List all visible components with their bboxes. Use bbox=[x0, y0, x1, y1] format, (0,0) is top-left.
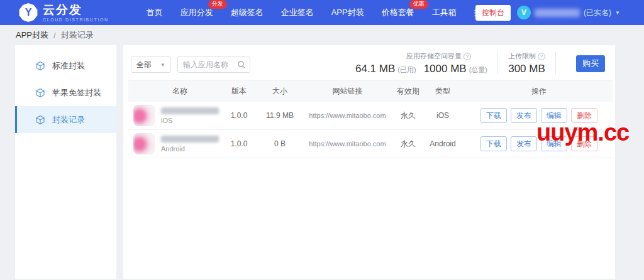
breadcrumb: APP封装 / 封装记录 bbox=[0, 25, 644, 45]
download-button[interactable]: 下载 bbox=[480, 108, 507, 123]
nav-item-home[interactable]: 首页 bbox=[147, 7, 163, 18]
app-icon bbox=[133, 133, 155, 154]
nav-item-pricing[interactable]: 价格套餐 优惠 bbox=[382, 7, 414, 18]
delete-button[interactable]: 删除 bbox=[571, 136, 597, 151]
help-icon[interactable]: ? bbox=[464, 53, 471, 60]
edit-button[interactable]: 编辑 bbox=[541, 108, 567, 123]
main-nav: 首页 应用分发 分发 超级签名 企业签名 APP封装 价格套餐 优惠 工具箱 推… bbox=[147, 7, 507, 18]
help-icon[interactable]: ? bbox=[538, 53, 545, 60]
cell-size: 11.9 MB bbox=[261, 111, 299, 120]
header-validity: 有效期 bbox=[396, 86, 420, 97]
sidebar-item-packaging-records[interactable]: 封装记录 bbox=[15, 106, 116, 133]
app-name-redacted bbox=[161, 107, 219, 114]
storage-total-value: 1000 MB bbox=[424, 63, 467, 75]
storage-capacity-label: 应用存储空间容量 bbox=[406, 51, 462, 61]
discount-badge: 优惠 bbox=[409, 0, 428, 9]
storage-used-note: (已用) bbox=[397, 65, 416, 75]
header-link: 网站链接 bbox=[299, 86, 396, 97]
brand-logo[interactable]: Y 云分发 CLOUD DISTRIBUTION bbox=[19, 3, 109, 22]
package-icon bbox=[35, 115, 45, 125]
cell-version: 1.0.0 bbox=[217, 111, 261, 120]
header-type: 类型 bbox=[420, 86, 465, 97]
app-platform: iOS bbox=[161, 117, 219, 124]
verified-status: (已实名) bbox=[584, 8, 611, 18]
cell-validity: 永久 bbox=[396, 139, 420, 149]
package-icon bbox=[35, 61, 45, 71]
username-redacted bbox=[535, 9, 580, 17]
type-filter-select[interactable]: 全部 ▼ bbox=[131, 57, 171, 73]
nav-item-enterprise-sign[interactable]: 企业签名 bbox=[281, 7, 314, 18]
avatar: V bbox=[517, 6, 531, 19]
chevron-down-icon: ▼ bbox=[615, 10, 620, 16]
user-menu[interactable]: V (已实名) ▼ bbox=[517, 6, 620, 19]
sidebar-item-label: 封装记录 bbox=[52, 114, 85, 126]
download-button[interactable]: 下载 bbox=[480, 136, 507, 151]
publish-button[interactable]: 发布 bbox=[511, 108, 537, 123]
table-header-row: 名称 版本 大小 网站链接 有效期 类型 操作 bbox=[128, 80, 613, 102]
nav-item-super-sign[interactable]: 超级签名 bbox=[231, 7, 264, 18]
chevron-down-icon: ▼ bbox=[160, 62, 165, 68]
console-button[interactable]: 控制台 bbox=[475, 5, 511, 21]
divider bbox=[555, 52, 556, 75]
header-size: 大小 bbox=[261, 86, 299, 97]
buy-button[interactable]: 购买 bbox=[576, 55, 605, 72]
app-name-redacted bbox=[161, 136, 219, 143]
nav-item-app-packaging[interactable]: APP封装 bbox=[331, 7, 364, 18]
table-row: iOS 1.0.0 11.9 MB https://www.mitaobo.co… bbox=[128, 102, 613, 130]
divider bbox=[497, 52, 498, 75]
nav-item-toolbox[interactable]: 工具箱 bbox=[432, 7, 457, 18]
search-icon[interactable] bbox=[237, 60, 246, 69]
delete-button[interactable]: 删除 bbox=[571, 108, 597, 123]
cell-validity: 永久 bbox=[396, 110, 420, 121]
cell-size: 0 B bbox=[261, 139, 299, 148]
breadcrumb-section[interactable]: APP封装 bbox=[16, 30, 48, 41]
main-panel: 全部 ▼ 应用存储空间容量 ? 64.1 MB bbox=[123, 45, 615, 279]
sidebar-item-label: 苹果免签封装 bbox=[52, 87, 101, 99]
storage-summary: 应用存储空间容量 ? 64.1 MB (已用) 1000 MB (总量) 上传限… bbox=[355, 51, 605, 75]
header-operations: 操作 bbox=[465, 86, 613, 97]
table-row: Android 1.0.0 0 B https://www.mitaobo.co… bbox=[128, 130, 613, 158]
header-name: 名称 bbox=[128, 86, 217, 97]
cell-type: iOS bbox=[420, 111, 465, 120]
sidebar-item-label: 标准封装 bbox=[52, 60, 85, 72]
breadcrumb-separator: / bbox=[53, 31, 56, 40]
type-filter-value: 全部 bbox=[136, 60, 152, 70]
sidebar-item-apple-signfree-packaging[interactable]: 苹果免签封装 bbox=[15, 79, 116, 106]
app-platform: Android bbox=[161, 145, 219, 153]
storage-total-note: (总量) bbox=[469, 65, 487, 75]
storage-capacity-group: 应用存储空间容量 ? 64.1 MB (已用) 1000 MB (总量) bbox=[355, 51, 487, 75]
sidebar: 标准封装 苹果免签封装 封装记录 bbox=[15, 45, 116, 279]
upload-limit-value: 300 MB bbox=[508, 63, 545, 75]
cell-version: 1.0.0 bbox=[217, 139, 261, 148]
filter-row: 全部 ▼ bbox=[131, 57, 250, 73]
cell-link: https://www.mitaobo.com bbox=[299, 140, 396, 148]
sidebar-item-standard-packaging[interactable]: 标准封装 bbox=[15, 52, 116, 79]
top-nav: Y 云分发 CLOUD DISTRIBUTION 首页 应用分发 分发 超级签名… bbox=[0, 0, 644, 25]
search-box bbox=[177, 57, 250, 73]
nav-right: 控制台 V (已实名) ▼ bbox=[475, 0, 620, 25]
brand-mark-icon: Y bbox=[19, 3, 38, 22]
cell-link: https://www.mitaobo.com bbox=[299, 112, 396, 119]
page: Y 云分发 CLOUD DISTRIBUTION 首页 应用分发 分发 超级签名… bbox=[0, 0, 644, 280]
brand-subtitle: CLOUD DISTRIBUTION bbox=[43, 18, 109, 22]
publish-button[interactable]: 发布 bbox=[511, 136, 537, 151]
cell-type: Android bbox=[420, 139, 465, 148]
upload-limit-group: 上传限制 ? 300 MB bbox=[508, 51, 545, 75]
breadcrumb-current: 封装记录 bbox=[61, 30, 94, 41]
edit-button[interactable]: 编辑 bbox=[541, 136, 567, 151]
header-version: 版本 bbox=[217, 86, 261, 97]
distribution-badge: 分发 bbox=[208, 0, 227, 9]
brand-name: 云分发 bbox=[43, 4, 109, 16]
search-input[interactable] bbox=[183, 60, 237, 69]
nav-item-app-distribution[interactable]: 应用分发 分发 bbox=[180, 7, 213, 18]
records-table: 名称 版本 大小 网站链接 有效期 类型 操作 iOS 1.0.0 11.9 M… bbox=[128, 80, 613, 158]
package-icon bbox=[35, 88, 45, 98]
storage-used-value: 64.1 MB bbox=[355, 63, 395, 75]
upload-limit-label: 上传限制 bbox=[508, 51, 536, 61]
app-icon bbox=[133, 105, 155, 126]
